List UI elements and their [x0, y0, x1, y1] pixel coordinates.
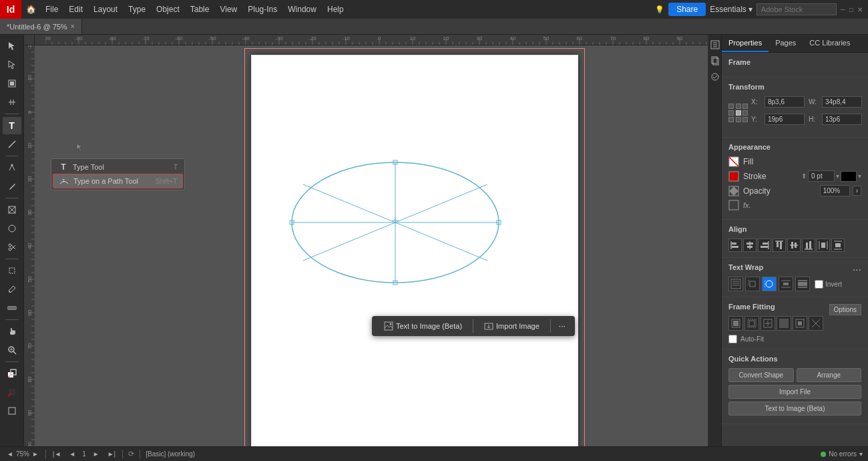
- wrap-bounding-box[interactable]: [745, 277, 760, 291]
- direct-selection-tool[interactable]: [3, 56, 21, 73]
- w-input[interactable]: [822, 96, 862, 108]
- tab-pages[interactable]: Pages: [769, 35, 803, 52]
- document-tab[interactable]: *Untitled-6 @ 75% ×: [0, 19, 82, 34]
- fill-frame-proportionally[interactable]: [777, 316, 791, 331]
- svg-rect-71: [791, 242, 793, 249]
- eyedropper-tool[interactable]: [3, 281, 21, 298]
- import-file-button[interactable]: Import File: [728, 385, 861, 399]
- cc-libraries-panel-icon[interactable]: [709, 71, 721, 83]
- stroke-width-input[interactable]: [808, 170, 835, 182]
- x-input[interactable]: [765, 96, 805, 108]
- invert-checkbox[interactable]: [815, 280, 823, 289]
- distribute-v[interactable]: [831, 239, 845, 252]
- tab-cc-libraries[interactable]: CC Libraries: [803, 35, 857, 52]
- hand-tool[interactable]: [3, 323, 21, 340]
- center-content[interactable]: [761, 316, 775, 331]
- fit-frame-to-content[interactable]: [744, 316, 759, 331]
- selection-tool[interactable]: [3, 37, 21, 55]
- align-left[interactable]: [728, 239, 742, 252]
- align-center-h[interactable]: [743, 239, 756, 252]
- zoom-in-button[interactable]: ►: [31, 450, 40, 458]
- pen-tool[interactable]: [3, 159, 21, 176]
- fit-frame-none[interactable]: [809, 316, 823, 331]
- page-tool[interactable]: [3, 75, 21, 92]
- menu-object[interactable]: Object: [151, 0, 185, 19]
- menu-type[interactable]: Type: [123, 0, 151, 19]
- errors-dropdown[interactable]: ▾: [859, 450, 863, 458]
- float-divider-2: [550, 319, 551, 333]
- type-tool-popup-item[interactable]: T Type Tool T: [53, 160, 183, 174]
- zoom-tool[interactable]: [3, 341, 21, 359]
- page-canvas[interactable]: Text to Image (Beta) Import Image ···: [251, 55, 578, 446]
- invert-label: Invert: [825, 281, 842, 288]
- canvas-area[interactable]: Text to Image (Beta) Import Image ··· T …: [24, 35, 708, 446]
- apply-color-tool[interactable]: [3, 383, 21, 401]
- options-button[interactable]: Options: [829, 304, 861, 315]
- jump-object[interactable]: [779, 277, 793, 291]
- zoom-out-button[interactable]: ◄: [5, 450, 15, 458]
- menu-view[interactable]: View: [214, 0, 242, 19]
- text-wrap-more[interactable]: ···: [853, 264, 861, 276]
- menu-file[interactable]: File: [40, 0, 63, 19]
- distribute-h[interactable]: [817, 239, 830, 252]
- type-on-path-tool-popup-item[interactable]: T Type on a Path Tool Shift+T: [53, 174, 183, 188]
- svg-rect-82: [731, 279, 740, 289]
- essentials-dropdown[interactable]: Essentials ▾: [710, 5, 752, 14]
- measure-tool[interactable]: [3, 299, 21, 317]
- line-tool[interactable]: [3, 136, 21, 153]
- fill-stroke-tool[interactable]: [3, 365, 21, 382]
- gap-tool[interactable]: [3, 94, 21, 111]
- import-image-button[interactable]: Import Image: [477, 319, 546, 333]
- next-page-button[interactable]: ►: [91, 450, 101, 458]
- opacity-chevron[interactable]: ›: [853, 186, 861, 196]
- fit-content-proportionally[interactable]: [793, 316, 807, 331]
- pencil-tool[interactable]: [3, 178, 21, 195]
- h-input[interactable]: [822, 114, 862, 125]
- window-maximize[interactable]: □: [849, 6, 853, 13]
- search-input[interactable]: [756, 3, 837, 15]
- jump-column[interactable]: [795, 277, 810, 291]
- text-to-image-button[interactable]: Text to Image (Beta): [377, 319, 469, 333]
- menu-layout[interactable]: Layout: [88, 0, 123, 19]
- menu-edit[interactable]: Edit: [63, 0, 88, 19]
- arrange-button[interactable]: Arrange: [797, 368, 862, 382]
- align-right[interactable]: [758, 239, 771, 252]
- menu-help[interactable]: Help: [322, 0, 349, 19]
- properties-panel-icon[interactable]: [709, 39, 721, 51]
- align-top[interactable]: [773, 239, 786, 252]
- text-to-image-qa-button[interactable]: Text to Image (Beta): [728, 402, 861, 416]
- scissors-tool[interactable]: [3, 239, 21, 256]
- pages-panel-icon[interactable]: [709, 55, 721, 67]
- tab-close[interactable]: ×: [71, 23, 75, 30]
- float-more-button[interactable]: ···: [555, 319, 570, 333]
- wrap-contour[interactable]: [762, 277, 777, 291]
- share-button[interactable]: Share: [668, 3, 706, 16]
- first-page-button[interactable]: |◄: [51, 450, 63, 458]
- fit-content-to-frame[interactable]: [728, 316, 743, 331]
- rectangle-frame-tool[interactable]: [3, 201, 21, 218]
- align-middle[interactable]: [787, 239, 801, 252]
- align-bottom[interactable]: [802, 239, 815, 252]
- reference-point-grid[interactable]: [728, 104, 748, 122]
- svg-point-42: [390, 323, 392, 325]
- type-tool[interactable]: T: [3, 117, 21, 134]
- tab-properties[interactable]: Properties: [722, 35, 769, 52]
- last-page-button[interactable]: ►|: [106, 450, 118, 458]
- free-transform-tool[interactable]: [3, 262, 21, 279]
- home-icon[interactable]: 🏠: [21, 0, 40, 19]
- stroke-color-swatch[interactable]: [841, 171, 857, 182]
- menu-plugins[interactable]: Plug-Ins: [242, 0, 282, 19]
- menu-window[interactable]: Window: [282, 0, 322, 19]
- ellipse-shape[interactable]: [288, 159, 502, 286]
- menu-table[interactable]: Table: [185, 0, 215, 19]
- window-close[interactable]: ✕: [857, 6, 863, 13]
- auto-fit-checkbox[interactable]: [728, 335, 737, 343]
- no-text-wrap[interactable]: [728, 277, 743, 291]
- y-input[interactable]: [765, 114, 805, 125]
- opacity-input[interactable]: [820, 185, 850, 196]
- normal-mode[interactable]: [3, 402, 21, 420]
- convert-shape-button[interactable]: Convert Shape: [728, 368, 794, 382]
- ellipse-tool[interactable]: [3, 220, 21, 237]
- window-minimize[interactable]: ─: [841, 6, 845, 13]
- prev-page-button[interactable]: ◄: [67, 450, 77, 458]
